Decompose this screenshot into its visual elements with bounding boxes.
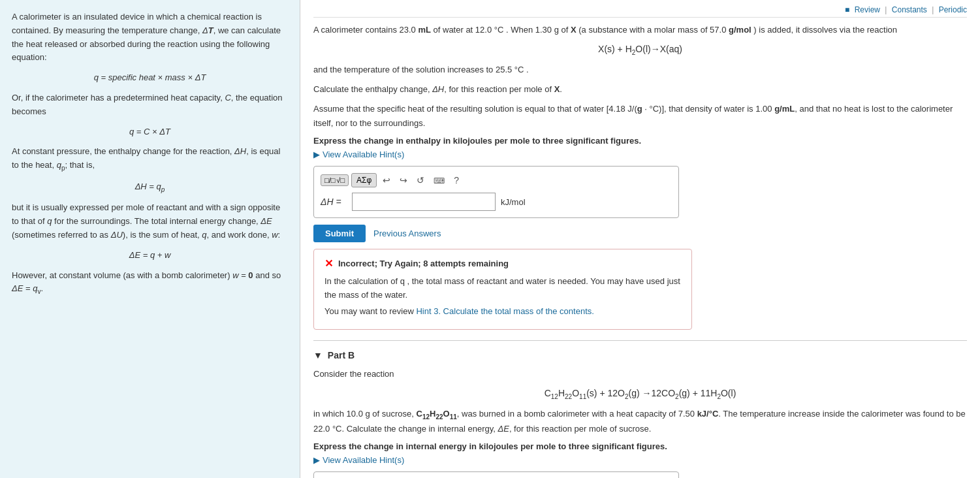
constants-link[interactable]: Constants [892,5,927,14]
redo-button[interactable]: ↪ [396,174,411,187]
sigma-icon: AΣφ [356,176,371,185]
part-b-hint-toggle[interactable]: ▶ View Available Hint(s) [313,455,404,465]
feedback-header: ✕ Incorrect; Try Again; 8 attempts remai… [324,257,681,270]
fraction-icon: □/□ [324,176,335,184]
refresh-button[interactable]: ↺ [413,174,428,187]
fraction-sqrt-button[interactable]: □/□ √□ [321,174,349,186]
feedback-text-2: You may want to review Hint 3. Calculate… [324,305,681,319]
part-a-feedback-box: ✕ Incorrect; Try Again; 8 attempts remai… [313,249,692,329]
part-a-instruction: Express the change in enthalpy in kilojo… [313,136,967,146]
hint3-link[interactable]: Hint 3. Calculate the total mass of the … [416,306,593,316]
eq-2: q = C × ΔT [12,125,288,139]
part-a-problem: A calorimeter contains 23.0 mL of water … [313,23,967,330]
keyboard-icon: ⌨ [434,176,445,185]
eq-4: ΔE = q + w [12,249,288,263]
part-b-reaction: C12H22O11(s) + 12O2(g) →12CO2(g) + 11H2O… [313,388,967,400]
feedback-x-icon: ✕ [324,257,333,270]
right-panel: ■ Review | Constants | Periodic A calori… [300,0,980,478]
left-panel: A calorimeter is an insulated device in … [0,0,300,478]
part-a-text-2: and the temperature of the solution incr… [313,63,967,77]
part-a-text-1: A calorimeter contains 23.0 mL of water … [313,23,967,37]
feedback-header-text: Incorrect; Try Again; 8 attempts remaini… [338,259,509,268]
part-a-reaction: X(s) + H2O(l)→X(aq) [313,44,967,56]
left-para-1: A calorimeter is an insulated device in … [12,10,288,65]
divider [313,340,967,341]
review-link[interactable]: ■ Review [845,5,880,14]
part-b-hint-triangle-icon: ▶ [313,455,320,465]
left-para-3: At constant pressure, the enthalpy chang… [12,145,288,173]
undo-button[interactable]: ↩ [379,174,394,187]
part-a-submit-button[interactable]: Submit [313,225,366,242]
sqrt-icon: √□ [336,176,345,184]
left-para-2: Or, if the calorimeter has a predetermin… [12,91,288,119]
part-a-input-row: ΔH = kJ/mol [321,193,672,211]
hint-triangle-icon: ▶ [313,150,320,159]
part-a-text-3: Calculate the enthalpy change, ΔH, for t… [313,82,967,97]
part-a-submit-row: Submit Previous Answers [313,225,967,242]
sep2: | [932,5,934,14]
part-a-unit: kJ/mol [501,197,526,207]
part-b-collapse-icon: ▼ [313,350,323,360]
part-a-hint-toggle[interactable]: ▶ View Available Hint(s) [313,150,404,159]
eq-1: q = specific heat × mass × ΔT [12,71,288,85]
part-b-instruction: Express the change in internal energy in… [313,441,967,451]
part-a-toolbar: □/□ √□ AΣφ ↩ ↪ ↺ ⌨ ? [321,173,672,187]
part-a-text-4: Assume that the specific heat of the res… [313,102,967,131]
part-b-label: Part B [328,350,355,360]
part-b-header[interactable]: ▼ Part B [313,350,967,360]
left-para-4: but it is usually expressed per mole of … [12,201,288,242]
part-a-previous-answers-link[interactable]: Previous Answers [373,229,441,238]
help-button[interactable]: ? [450,174,462,187]
sep1: | [885,5,887,14]
keyboard-button[interactable]: ⌨ [430,174,448,187]
part-b-text-2: in which 10.0 g of sucrose, C12H22O11, w… [313,407,967,437]
part-a-input-label: ΔH = [321,197,347,207]
part-b-hint-label: View Available Hint(s) [323,455,404,465]
part-a-answer-box: □/□ √□ AΣφ ↩ ↪ ↺ ⌨ ? ΔH = kJ/mol [313,166,679,218]
part-a-answer-input[interactable] [352,193,496,211]
left-para-5: However, at constant volume (as with a b… [12,269,288,297]
sigma-button[interactable]: AΣφ [351,173,377,187]
part-b-section: ▼ Part B Consider the reaction C12H22O11… [313,350,967,478]
feedback-text-1: In the calculation of q , the total mass… [324,275,681,302]
part-b-answer-box: □/□ √□ AΣφ ↩ ↪ ↺ ⌨ ? ΔE = kJ/mol [313,471,679,478]
eq-3: ΔH = qp [12,180,288,195]
part-a-hint-label: View Available Hint(s) [323,150,404,159]
part-b-text-1: Consider the reaction [313,367,967,381]
periodic-link[interactable]: Periodic [939,5,967,14]
top-bar: ■ Review | Constants | Periodic [313,5,967,18]
